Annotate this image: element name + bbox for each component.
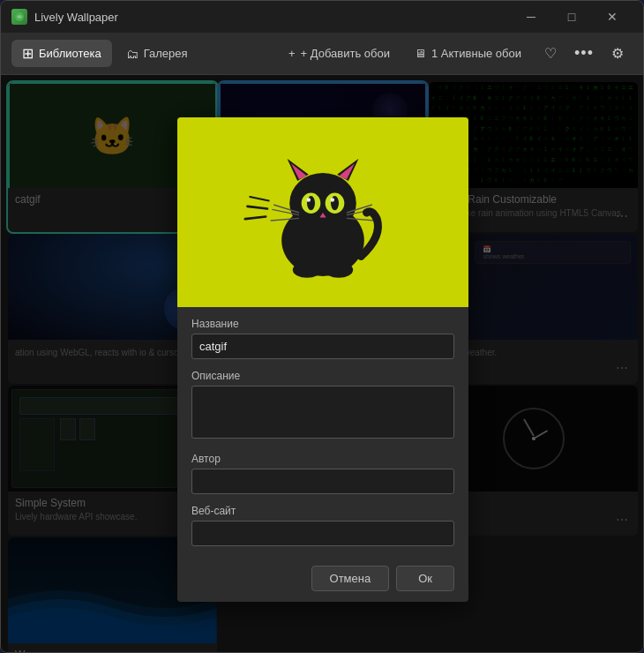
add-wallpaper-button[interactable]: + + Добавить обои bbox=[278, 41, 401, 65]
maximize-button[interactable]: □ bbox=[551, 1, 592, 33]
close-icon: ✕ bbox=[607, 10, 618, 24]
desc-field-textarea[interactable] bbox=[191, 386, 454, 439]
cancel-button[interactable]: Отмена bbox=[311, 566, 390, 591]
svg-line-21 bbox=[245, 216, 266, 219]
maximize-icon: □ bbox=[568, 10, 575, 24]
svg-line-22 bbox=[250, 197, 269, 201]
dialog-image bbox=[177, 117, 468, 307]
main-window: Lively Wallpaper ─ □ ✕ ⊞ Библиотека 🗂 Га… bbox=[0, 0, 644, 653]
settings-button[interactable]: ⚙ bbox=[603, 39, 633, 69]
grid-icon: ⊞ bbox=[22, 45, 34, 62]
minimize-button[interactable]: ─ bbox=[511, 1, 551, 33]
website-field-group: Веб-сайт bbox=[191, 505, 454, 546]
author-field-label: Автор bbox=[191, 453, 454, 465]
nav-gallery[interactable]: 🗂 Галерея bbox=[116, 41, 198, 66]
active-label: 1 Активные обои bbox=[431, 47, 521, 60]
dialog-footer: Отмена Ок bbox=[177, 557, 468, 602]
title-field-input[interactable] bbox=[191, 334, 454, 359]
more-icon: ••• bbox=[574, 44, 594, 63]
main-content: 🐱 catgif エイ0クククイ1エウ1オキクエエウ1エ11キ1カ10キエエオエ… bbox=[1, 75, 644, 653]
minimize-icon: ─ bbox=[527, 10, 535, 24]
author-field-input[interactable] bbox=[191, 469, 454, 494]
add-label: + Добавить обои bbox=[301, 47, 390, 60]
dialog-body: Название Описание Автор Веб-сайт bbox=[177, 307, 468, 546]
svg-line-20 bbox=[248, 206, 268, 208]
window-controls: ─ □ ✕ bbox=[511, 1, 633, 33]
edit-dialog: Название Описание Автор Веб-сайт bbox=[177, 117, 468, 602]
desc-field-label: Описание bbox=[191, 370, 454, 382]
website-field-input[interactable] bbox=[191, 521, 454, 546]
desc-field-group: Описание bbox=[191, 370, 454, 442]
app-icon bbox=[11, 9, 27, 25]
svg-point-2 bbox=[289, 173, 356, 233]
svg-point-24 bbox=[325, 261, 353, 277]
ok-button[interactable]: Ок bbox=[396, 566, 454, 591]
nav-library[interactable]: ⊞ Библиотека bbox=[11, 40, 112, 67]
close-button[interactable]: ✕ bbox=[592, 1, 633, 33]
svg-point-9 bbox=[307, 198, 311, 202]
nav-gallery-label: Галерея bbox=[144, 47, 188, 60]
author-field-group: Автор bbox=[191, 453, 454, 494]
svg-point-23 bbox=[293, 261, 321, 277]
titlebar: Lively Wallpaper ─ □ ✕ bbox=[1, 1, 643, 33]
settings-icon: ⚙ bbox=[611, 45, 624, 62]
monitor-icon: 🖥 bbox=[415, 47, 426, 60]
nav-library-label: Библиотека bbox=[39, 47, 101, 60]
title-field-group: Название bbox=[191, 318, 454, 359]
gallery-icon: 🗂 bbox=[126, 47, 139, 61]
favorites-button[interactable]: ♡ bbox=[535, 39, 565, 69]
active-wallpapers-button[interactable]: 🖥 1 Активные обои bbox=[404, 41, 532, 65]
website-field-label: Веб-сайт bbox=[191, 505, 454, 517]
more-button[interactable]: ••• bbox=[569, 39, 599, 69]
svg-point-12 bbox=[331, 198, 335, 202]
add-icon: + bbox=[288, 47, 296, 60]
navbar: ⊞ Библиотека 🗂 Галерея + + Добавить обои… bbox=[1, 33, 643, 75]
heart-icon: ♡ bbox=[544, 45, 557, 62]
app-title: Lively Wallpaper bbox=[34, 11, 504, 24]
title-field-label: Название bbox=[191, 318, 454, 330]
